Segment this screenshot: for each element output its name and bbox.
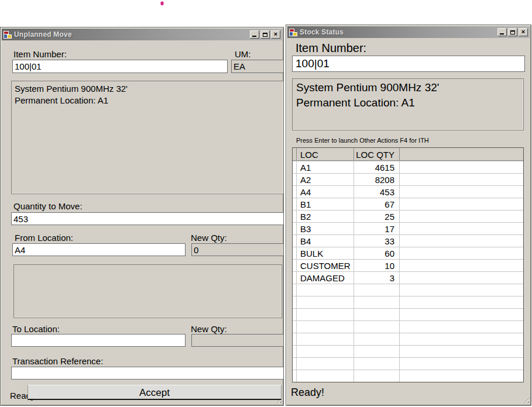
table-cell: 8208 xyxy=(354,174,400,185)
title-bar[interactable]: Unplanned Move × xyxy=(2,29,282,40)
item-number-input[interactable] xyxy=(12,60,228,73)
table-cell: B1 xyxy=(297,198,354,210)
transaction-reference-input[interactable] xyxy=(11,367,284,380)
table-cell xyxy=(354,284,400,296)
accept-button[interactable]: Accept xyxy=(28,385,282,400)
table-cell: 60 xyxy=(354,247,400,259)
table-row[interactable]: B433 xyxy=(293,235,523,247)
table-row[interactable] xyxy=(293,284,523,296)
table-cell xyxy=(297,358,354,370)
table-row[interactable] xyxy=(293,333,523,346)
table-cell xyxy=(400,358,523,370)
table-cell xyxy=(297,321,354,333)
table-cell: B2 xyxy=(297,211,354,222)
um-field xyxy=(231,60,284,73)
table-header-row: LOC LOC QTY xyxy=(293,148,523,161)
table-cell xyxy=(293,260,297,271)
table-cell: 453 xyxy=(354,186,400,198)
table-row[interactable]: B317 xyxy=(293,223,523,235)
to-location-input[interactable] xyxy=(11,334,186,347)
table-cell xyxy=(400,211,523,222)
table-row[interactable]: A14615 xyxy=(293,161,523,174)
maximize-icon xyxy=(510,30,515,35)
table-cell xyxy=(293,370,297,382)
table-cell: B4 xyxy=(297,235,354,247)
table-cell xyxy=(297,346,354,357)
table-cell: 10 xyxy=(354,260,400,271)
table-cell xyxy=(354,333,400,345)
close-button[interactable]: × xyxy=(519,28,528,36)
stray-artifact-mark xyxy=(160,1,164,5)
table-row[interactable] xyxy=(293,296,523,309)
table-row[interactable] xyxy=(293,358,523,370)
status-text: Ready! xyxy=(291,387,324,399)
table-cell xyxy=(400,333,523,345)
hint-text: Press Enter to launch Other Actions F4 f… xyxy=(296,137,429,144)
app-icon xyxy=(289,29,297,36)
stock-table: LOC LOC QTY A14615A28208A4453B167B225B31… xyxy=(292,147,524,382)
table-cell xyxy=(354,358,400,370)
table-row[interactable] xyxy=(293,346,523,358)
close-icon: × xyxy=(274,31,277,37)
table-row[interactable]: CUSTOMER10 xyxy=(293,260,523,272)
table-cell xyxy=(297,370,354,382)
table-cell xyxy=(297,296,354,308)
table-row[interactable]: B167 xyxy=(293,198,523,211)
table-row[interactable]: A28208 xyxy=(293,174,523,186)
quantity-to-move-label: Quantity to Move: xyxy=(13,201,83,211)
minimize-icon xyxy=(500,33,504,35)
minimize-button[interactable] xyxy=(497,28,507,36)
table-cell: DAMAGED xyxy=(297,272,354,284)
maximize-icon xyxy=(263,33,267,37)
table-row[interactable] xyxy=(293,370,523,382)
minimize-icon xyxy=(252,36,256,37)
table-row[interactable]: DAMAGED3 xyxy=(293,272,523,284)
maximize-button[interactable] xyxy=(260,30,270,39)
quantity-to-move-input[interactable] xyxy=(11,212,284,225)
column-header-loc[interactable]: LOC xyxy=(297,148,354,161)
maximize-button[interactable] xyxy=(508,28,517,36)
table-cell xyxy=(297,284,354,296)
table-cell xyxy=(400,370,523,382)
table-cell: 4615 xyxy=(354,161,400,173)
unplanned-move-window: Unplanned Move × Item Number: UM: System… xyxy=(0,27,284,406)
table-cell xyxy=(354,309,400,320)
table-cell: 17 xyxy=(354,223,400,234)
app-icon xyxy=(4,31,12,39)
minimize-button[interactable] xyxy=(250,30,259,39)
stock-status-window: Stock Status × Item Number: System Penti… xyxy=(286,25,531,406)
table-row[interactable]: B225 xyxy=(293,211,523,223)
table-cell xyxy=(400,174,523,185)
table-cell xyxy=(400,161,523,173)
table-cell: BULK xyxy=(297,247,354,259)
title-bar[interactable]: Stock Status × xyxy=(287,26,530,38)
message-panel xyxy=(13,264,282,318)
description-line-1: System Pentium 900MHz 32' xyxy=(296,80,520,95)
item-number-label: Item Number: xyxy=(13,49,67,59)
from-location-input[interactable] xyxy=(12,243,186,256)
table-row[interactable]: BULK60 xyxy=(293,247,523,260)
description-line-2: Permanent Location: A1 xyxy=(15,95,280,106)
table-cell xyxy=(293,321,297,333)
column-header-loc-qty[interactable]: LOC QTY xyxy=(354,148,400,161)
um-label: UM: xyxy=(235,49,251,59)
table-cell: 3 xyxy=(354,272,400,284)
column-header-filler xyxy=(400,148,523,161)
table-row[interactable] xyxy=(293,321,523,333)
table-row[interactable]: A4453 xyxy=(293,186,523,198)
resize-grip[interactable] xyxy=(521,395,529,403)
row-selector-header xyxy=(293,148,297,161)
transaction-reference-label: Transaction Reference: xyxy=(12,356,103,366)
table-cell xyxy=(400,321,523,333)
table-cell: 33 xyxy=(354,235,400,247)
table-cell xyxy=(400,346,523,357)
table-row[interactable] xyxy=(293,309,523,321)
table-cell xyxy=(400,309,523,320)
window-title: Stock Status xyxy=(300,28,495,36)
close-button[interactable]: × xyxy=(271,30,280,39)
table-cell xyxy=(293,272,297,284)
table-body: A14615A28208A4453B167B225B317B433BULK60C… xyxy=(293,161,523,382)
item-number-input[interactable] xyxy=(292,56,525,72)
table-cell xyxy=(293,186,297,198)
table-cell xyxy=(297,333,354,345)
